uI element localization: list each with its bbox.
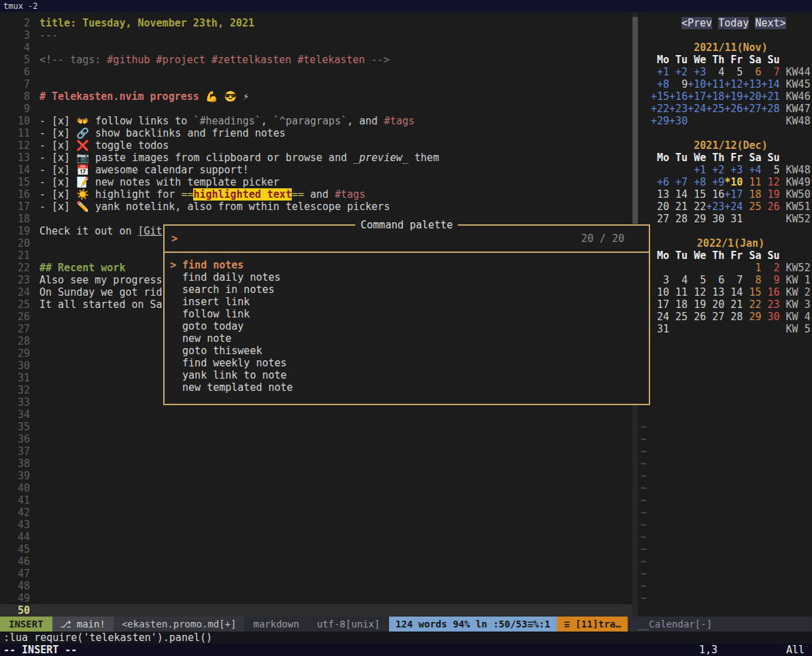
calendar-day[interactable]: 4	[706, 66, 724, 78]
calendar-day[interactable]: 12	[761, 176, 779, 188]
editor-line[interactable]: 36	[0, 433, 632, 445]
editor-line[interactable]: 8# Telekasten.nvim progress 💪 😎 ⚡	[0, 90, 632, 103]
calendar-day[interactable]: +10	[688, 78, 706, 90]
editor-line[interactable]: 9	[0, 103, 632, 115]
calendar-day[interactable]: 5	[761, 164, 779, 176]
editor-line[interactable]: 46	[0, 555, 632, 568]
editor-line[interactable]: 47	[0, 568, 632, 580]
editor-line[interactable]: 12- [x] ❌ toggle todos	[0, 139, 632, 152]
calendar-day[interactable]: +28	[761, 103, 779, 115]
calendar-day[interactable]: 17	[651, 298, 669, 311]
editor-line[interactable]: 14- [x] 📅 awesome calendar support!	[0, 164, 632, 176]
calendar-day[interactable]: 27	[706, 311, 724, 323]
calendar-day[interactable]: +17	[688, 90, 706, 103]
calendar-day[interactable]: 18	[743, 188, 761, 201]
editor-line[interactable]: 40	[0, 482, 632, 494]
editor-line[interactable]: 44	[0, 531, 632, 543]
calendar-day[interactable]: +24	[724, 201, 743, 213]
calendar-day[interactable]: 7	[761, 66, 779, 78]
editor-line[interactable]: 49	[0, 592, 632, 604]
calendar-day[interactable]: 3	[651, 274, 669, 286]
calendar-day[interactable]: +14	[761, 78, 779, 90]
calendar-day[interactable]: 9	[761, 274, 779, 286]
calendar-day[interactable]: +22	[651, 103, 669, 115]
calendar-day[interactable]: 26	[761, 201, 779, 213]
calendar-day[interactable]: +17	[724, 188, 743, 201]
calendar-day[interactable]: 8	[743, 274, 761, 286]
calendar-day[interactable]: +11	[706, 78, 724, 90]
calendar-day[interactable]: 14	[724, 286, 743, 298]
scrollbar-thumb[interactable]	[632, 17, 638, 224]
calendar-day[interactable]: +2	[706, 164, 724, 176]
calendar-day[interactable]: +1	[651, 66, 669, 78]
editor-line[interactable]: 39	[0, 470, 632, 482]
calendar-day[interactable]: 21	[669, 201, 688, 213]
calendar-day[interactable]: +9	[706, 176, 724, 188]
calendar-day[interactable]: 29	[688, 213, 706, 225]
editor-line[interactable]: 2title: Tuesday, November 23th, 2021	[0, 17, 632, 29]
calendar-day[interactable]: +24	[688, 103, 706, 115]
calendar-day[interactable]: 7	[724, 274, 743, 286]
calendar-day[interactable]: +23	[669, 103, 688, 115]
editor-line[interactable]: 17- [x] ✏️ yank notelink, also from wthi…	[0, 201, 632, 213]
editor-line[interactable]: 50	[0, 604, 632, 617]
calendar-day[interactable]: 11	[669, 286, 688, 298]
calendar-day[interactable]: +2	[669, 66, 688, 78]
calendar-day[interactable]: 30	[706, 213, 724, 225]
calendar-day[interactable]: 19	[761, 188, 779, 201]
editor-line[interactable]: 42	[0, 506, 632, 519]
calendar-day[interactable]: +4	[743, 164, 761, 176]
calendar-day[interactable]: 16	[761, 286, 779, 298]
palette-item[interactable]: goto today	[165, 320, 649, 332]
palette-item[interactable]: follow link	[165, 308, 649, 320]
editor-line[interactable]: 6	[0, 66, 632, 78]
palette-item[interactable]: yank link to note	[165, 369, 649, 381]
calendar-day[interactable]: *10	[724, 176, 743, 188]
calendar-day[interactable]: 18	[669, 298, 688, 311]
calendar-day[interactable]: +15	[651, 90, 669, 103]
editor-line[interactable]: 4	[0, 41, 632, 54]
palette-item[interactable]: new templated note	[165, 381, 649, 394]
calendar-day[interactable]: 6	[743, 66, 761, 78]
palette-item[interactable]: insert link	[165, 296, 649, 308]
calendar-day[interactable]: 26	[688, 311, 706, 323]
editor-line[interactable]: 7	[0, 78, 632, 90]
calendar-day[interactable]: 11	[743, 176, 761, 188]
editor-line[interactable]: 37	[0, 445, 632, 458]
calendar-day[interactable]: +18	[706, 90, 724, 103]
calendar-day[interactable]: +30	[669, 115, 688, 127]
calendar-day[interactable]: +19	[724, 90, 743, 103]
palette-item[interactable]: find daily notes	[165, 271, 649, 283]
calendar-day[interactable]: 2	[761, 262, 779, 274]
calendar-day[interactable]: 20	[651, 201, 669, 213]
calendar-day[interactable]: 30	[761, 311, 779, 323]
calendar-pane[interactable]: <Prev Today Next> 2021/11(Nov)MoTuWeThFr…	[638, 12, 812, 617]
palette-item[interactable]: goto thisweek	[165, 345, 649, 357]
calendar-day[interactable]: 28	[669, 213, 688, 225]
calendar-day[interactable]: +29	[651, 115, 669, 127]
calendar-day[interactable]: +25	[706, 103, 724, 115]
calendar-day[interactable]: 16	[706, 188, 724, 201]
editor-line[interactable]: 48	[0, 580, 632, 592]
editor-line[interactable]: 35	[0, 421, 632, 433]
editor-line[interactable]: 5<!-- tags: #github #project #zettelkast…	[0, 54, 632, 66]
calendar-day[interactable]: 5	[688, 274, 706, 286]
palette-item[interactable]: > find notes	[165, 259, 649, 271]
editor-line[interactable]: 13- [x] 📷 paste images from clipboard or…	[0, 152, 632, 164]
calendar-day[interactable]: 31	[651, 323, 669, 335]
calendar-day[interactable]: 25	[743, 201, 761, 213]
calendar-day[interactable]: 27	[651, 213, 669, 225]
palette-item[interactable]: search in notes	[165, 283, 649, 296]
editor-line[interactable]: 18	[0, 213, 632, 225]
editor-line[interactable]: 10- [x] 👐 follow links to `#headings`, `…	[0, 115, 632, 127]
editor-line[interactable]: 38	[0, 458, 632, 470]
calendar-day[interactable]: +8	[688, 176, 706, 188]
palette-item[interactable]: find weekly notes	[165, 357, 649, 369]
calendar-day[interactable]: +21	[761, 90, 779, 103]
calendar-day[interactable]: +26	[724, 103, 743, 115]
editor-line[interactable]: 45	[0, 543, 632, 555]
editor-line[interactable]: 41	[0, 494, 632, 506]
calendar-day[interactable]: 9	[669, 78, 688, 90]
calendar-day[interactable]: 22	[743, 298, 761, 311]
calendar-day[interactable]: 12	[688, 286, 706, 298]
